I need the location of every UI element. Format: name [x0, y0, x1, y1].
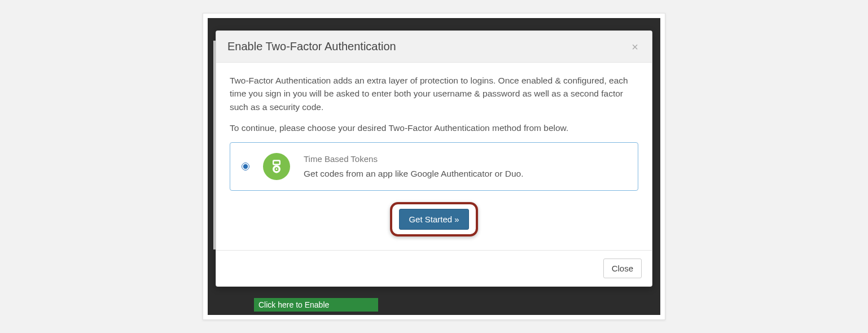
get-started-button[interactable]: Get Started » — [399, 209, 468, 230]
option-title: Time Based Tokens — [304, 153, 626, 166]
option-radio[interactable] — [242, 163, 249, 170]
option-description: Get codes from an app like Google Authen… — [304, 167, 626, 180]
background-enable-banner: Click here to Enable — [254, 298, 378, 312]
modal-paragraph-1: Two-Factor Authentication adds an extra … — [230, 74, 638, 113]
close-icon[interactable]: × — [629, 41, 641, 52]
option-time-based-tokens[interactable]: Time Based Tokens Get codes from an app … — [230, 142, 638, 191]
screenshot-frame: Click here to Enable Enable Two-Factor A… — [203, 13, 665, 320]
svg-rect-1 — [274, 161, 279, 164]
modal-header: Enable Two-Factor Authentication × — [216, 31, 652, 63]
close-button[interactable]: Close — [603, 258, 642, 278]
two-factor-modal: Enable Two-Factor Authentication × Two-F… — [216, 30, 652, 287]
modal-title: Enable Two-Factor Authentication — [227, 40, 396, 53]
modal-body: Two-Factor Authentication adds an extra … — [216, 63, 652, 250]
option-text: Time Based Tokens Get codes from an app … — [304, 153, 626, 180]
modal-backdrop: Click here to Enable Enable Two-Factor A… — [208, 18, 660, 315]
modal-footer: Close — [216, 250, 652, 286]
highlight-annotation: Get Started » — [230, 202, 638, 236]
authenticator-app-icon — [263, 153, 290, 180]
highlight-ring: Get Started » — [390, 202, 477, 236]
svg-point-4 — [276, 168, 278, 170]
modal-paragraph-2: To continue, please choose your desired … — [230, 121, 638, 134]
